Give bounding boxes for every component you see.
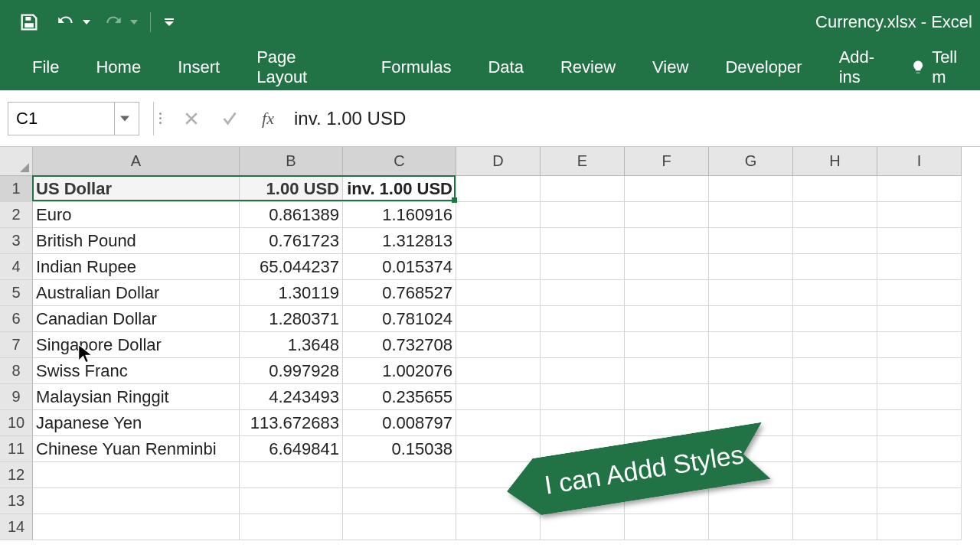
cell-B4[interactable]: 65.044237 bbox=[240, 254, 343, 280]
row-header-4[interactable]: 4 bbox=[0, 254, 33, 280]
cell-F6[interactable] bbox=[625, 306, 709, 332]
column-header-I[interactable]: I bbox=[877, 147, 962, 176]
cell-D9[interactable] bbox=[456, 384, 541, 410]
cell-E14[interactable] bbox=[541, 514, 625, 540]
cell-I1[interactable] bbox=[877, 176, 962, 202]
tab-formulas[interactable]: Formulas bbox=[363, 44, 470, 90]
cell-E7[interactable] bbox=[541, 332, 625, 358]
redo-button[interactable] bbox=[98, 7, 129, 37]
cell-B9[interactable]: 4.243493 bbox=[240, 384, 343, 410]
cell-C12[interactable] bbox=[343, 462, 456, 488]
cell-F1[interactable] bbox=[625, 176, 709, 202]
cell-A12[interactable] bbox=[33, 462, 240, 488]
cell-A6[interactable]: Canadian Dollar bbox=[33, 306, 240, 332]
cell-C2[interactable]: 1.160916 bbox=[343, 202, 456, 228]
row-header-11[interactable]: 11 bbox=[0, 436, 33, 462]
cell-C7[interactable]: 0.732708 bbox=[343, 332, 456, 358]
cell-H9[interactable] bbox=[793, 384, 877, 410]
cell-B13[interactable] bbox=[240, 488, 343, 514]
cell-I9[interactable] bbox=[877, 384, 962, 410]
cell-H10[interactable] bbox=[793, 410, 877, 436]
column-header-H[interactable]: H bbox=[793, 147, 877, 176]
cell-H4[interactable] bbox=[793, 254, 877, 280]
cell-A7[interactable]: Singapore Dollar bbox=[33, 332, 240, 358]
cell-H13[interactable] bbox=[793, 488, 877, 514]
cell-C1[interactable]: inv. 1.00 USD bbox=[343, 176, 456, 202]
tab-add-ins[interactable]: Add-ins bbox=[821, 44, 910, 90]
save-button[interactable] bbox=[14, 7, 44, 37]
cell-I4[interactable] bbox=[877, 254, 962, 280]
cell-H14[interactable] bbox=[793, 514, 877, 540]
cell-D8[interactable] bbox=[456, 358, 541, 384]
cell-H11[interactable] bbox=[793, 436, 877, 462]
row-header-12[interactable]: 12 bbox=[0, 462, 33, 488]
column-header-F[interactable]: F bbox=[625, 147, 709, 176]
cell-I6[interactable] bbox=[877, 306, 962, 332]
cell-B14[interactable] bbox=[240, 514, 343, 540]
insert-function-button[interactable]: fx bbox=[251, 102, 285, 135]
row-header-14[interactable]: 14 bbox=[0, 514, 33, 540]
cell-C5[interactable]: 0.768527 bbox=[343, 280, 456, 306]
cell-C14[interactable] bbox=[343, 514, 456, 540]
enter-formula-button[interactable] bbox=[213, 102, 247, 135]
cell-H6[interactable] bbox=[793, 306, 877, 332]
cell-H1[interactable] bbox=[793, 176, 877, 202]
row-header-1[interactable]: 1 bbox=[0, 176, 33, 202]
row-header-2[interactable]: 2 bbox=[0, 202, 33, 228]
cell-I2[interactable] bbox=[877, 202, 962, 228]
column-header-D[interactable]: D bbox=[456, 147, 541, 176]
cell-C3[interactable]: 1.312813 bbox=[343, 228, 456, 254]
cell-A2[interactable]: Euro bbox=[33, 202, 240, 228]
select-all-corner[interactable] bbox=[0, 147, 33, 176]
cell-I8[interactable] bbox=[877, 358, 962, 384]
cancel-formula-button[interactable] bbox=[175, 102, 208, 135]
cell-C4[interactable]: 0.015374 bbox=[343, 254, 456, 280]
cell-D2[interactable] bbox=[456, 202, 541, 228]
undo-button[interactable] bbox=[51, 7, 81, 37]
cell-B6[interactable]: 1.280371 bbox=[240, 306, 343, 332]
cell-B7[interactable]: 1.3648 bbox=[240, 332, 343, 358]
cell-F3[interactable] bbox=[625, 228, 709, 254]
redo-dropdown[interactable] bbox=[129, 20, 139, 24]
row-header-7[interactable]: 7 bbox=[0, 332, 33, 358]
tab-developer[interactable]: Developer bbox=[707, 44, 820, 90]
row-header-8[interactable]: 8 bbox=[0, 358, 33, 384]
cell-H5[interactable] bbox=[793, 280, 877, 306]
cell-G5[interactable] bbox=[709, 280, 793, 306]
column-header-G[interactable]: G bbox=[709, 147, 793, 176]
cell-B10[interactable]: 113.672683 bbox=[240, 410, 343, 436]
cell-I11[interactable] bbox=[877, 436, 962, 462]
cell-G2[interactable] bbox=[709, 202, 793, 228]
cell-H2[interactable] bbox=[793, 202, 877, 228]
cell-C11[interactable]: 0.15038 bbox=[343, 436, 456, 462]
row-header-10[interactable]: 10 bbox=[0, 410, 33, 436]
formula-bar-input[interactable] bbox=[285, 102, 980, 135]
cell-I7[interactable] bbox=[877, 332, 962, 358]
row-header-5[interactable]: 5 bbox=[0, 280, 33, 306]
cell-E9[interactable] bbox=[541, 384, 625, 410]
column-header-C[interactable]: C bbox=[343, 147, 456, 176]
row-header-6[interactable]: 6 bbox=[0, 306, 33, 332]
cell-A3[interactable]: British Pound bbox=[33, 228, 240, 254]
cell-A14[interactable] bbox=[33, 514, 240, 540]
tab-insert[interactable]: Insert bbox=[159, 44, 238, 90]
tab-review[interactable]: Review bbox=[542, 44, 634, 90]
cell-F7[interactable] bbox=[625, 332, 709, 358]
cell-D4[interactable] bbox=[456, 254, 541, 280]
cell-A10[interactable]: Japanese Yen bbox=[33, 410, 240, 436]
cell-C13[interactable] bbox=[343, 488, 456, 514]
cell-I13[interactable] bbox=[877, 488, 962, 514]
cell-G14[interactable] bbox=[709, 514, 793, 540]
cell-F2[interactable] bbox=[625, 202, 709, 228]
cell-C6[interactable]: 0.781024 bbox=[343, 306, 456, 332]
cell-B12[interactable] bbox=[240, 462, 343, 488]
cell-I5[interactable] bbox=[877, 280, 962, 306]
cell-I14[interactable] bbox=[877, 514, 962, 540]
cell-D7[interactable] bbox=[456, 332, 541, 358]
column-header-A[interactable]: A bbox=[33, 147, 240, 176]
tab-page-layout[interactable]: Page Layout bbox=[238, 44, 363, 90]
formula-bar-resize-handle[interactable] bbox=[153, 102, 167, 135]
cell-C9[interactable]: 0.235655 bbox=[343, 384, 456, 410]
callout-shape[interactable]: I can Addd Styles bbox=[505, 442, 768, 500]
cell-F8[interactable] bbox=[625, 358, 709, 384]
